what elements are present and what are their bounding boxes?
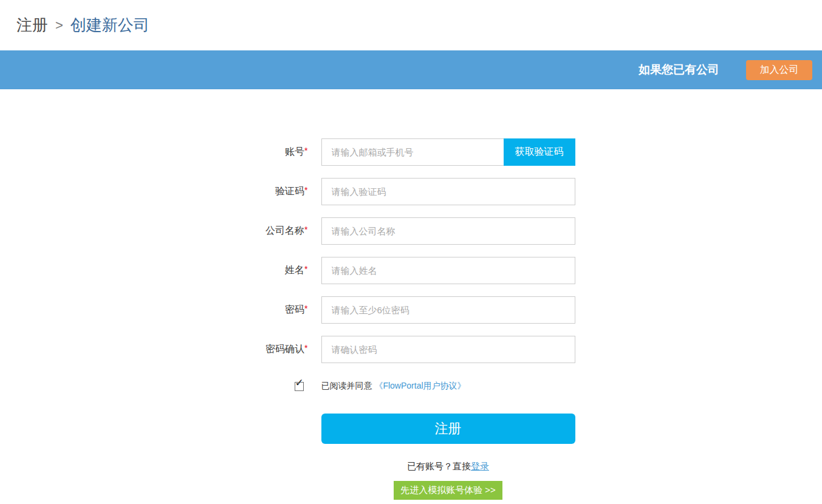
agreement-row: ✓ 已阅读并同意 《FlowPortal用户协议》 xyxy=(247,381,575,392)
form-row-password-confirm: 密码确认* xyxy=(247,336,575,363)
name-input[interactable] xyxy=(321,257,575,284)
form-row-account: 账号* 获取验证码 xyxy=(247,138,575,166)
join-company-button[interactable]: 加入公司 xyxy=(746,60,812,80)
required-mark: * xyxy=(304,225,307,234)
breadcrumb-create-company[interactable]: 创建新公司 xyxy=(70,15,149,36)
required-mark: * xyxy=(304,264,307,274)
required-mark: * xyxy=(304,185,307,195)
password-label: 密码* xyxy=(247,304,308,316)
form-row-verification-code: 验证码* xyxy=(247,178,575,205)
breadcrumb-separator: > xyxy=(55,18,63,33)
page-header: 注册 > 创建新公司 xyxy=(0,0,822,50)
required-mark: * xyxy=(304,304,307,313)
login-link[interactable]: 登录 xyxy=(471,461,489,471)
banner-text: 如果您已有公司 xyxy=(639,62,719,78)
agreement-text: 已阅读并同意 《FlowPortal用户协议》 xyxy=(321,381,466,392)
password-confirm-input[interactable] xyxy=(321,336,575,363)
demo-account-button[interactable]: 先进入模拟账号体验 >> xyxy=(394,481,502,500)
required-mark: * xyxy=(304,343,307,353)
password-input[interactable] xyxy=(321,296,575,324)
get-verification-code-button[interactable]: 获取验证码 xyxy=(504,138,575,166)
existing-company-banner: 如果您已有公司 加入公司 xyxy=(0,50,822,89)
form-row-name: 姓名* xyxy=(247,257,575,284)
login-hint: 已有账号？直接登录 xyxy=(321,461,575,472)
company-name-label: 公司名称* xyxy=(247,225,308,237)
registration-form: 账号* 获取验证码 验证码* 公司名称* 姓名* xyxy=(247,89,575,500)
breadcrumb-register: 注册 xyxy=(16,15,48,36)
verification-code-input[interactable] xyxy=(321,178,575,205)
user-agreement-link[interactable]: 《FlowPortal用户协议》 xyxy=(374,381,465,390)
agreement-checkbox[interactable]: ✓ xyxy=(295,382,304,391)
name-label: 姓名* xyxy=(247,264,308,277)
verification-code-label: 验证码* xyxy=(247,185,308,198)
form-row-company-name: 公司名称* xyxy=(247,217,575,245)
password-confirm-label: 密码确认* xyxy=(247,343,308,356)
register-button[interactable]: 注册 xyxy=(321,414,575,444)
checkbox-checked-icon: ✓ xyxy=(295,378,304,388)
company-name-input[interactable] xyxy=(321,217,575,245)
required-mark: * xyxy=(304,146,307,155)
account-label: 账号* xyxy=(247,146,308,158)
form-row-password: 密码* xyxy=(247,296,575,324)
